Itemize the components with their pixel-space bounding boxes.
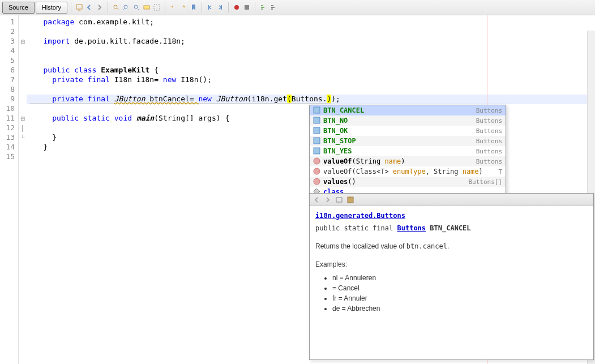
line-number: 5 [0, 56, 18, 66]
svg-point-2 [124, 5, 127, 8]
svg-rect-18 [336, 198, 342, 202]
completion-item[interactable]: BTN_CANCELButtons [310, 105, 506, 115]
uncomment-icon[interactable] [269, 3, 278, 12]
macro-record-icon[interactable] [232, 3, 241, 12]
doc-example-item: fr = Annuler [332, 293, 588, 303]
doc-forward-icon[interactable] [323, 195, 332, 204]
line-number: 1 [0, 18, 18, 27]
line-number: 12 [0, 123, 18, 133]
method-icon [313, 157, 321, 165]
svg-point-15 [314, 158, 320, 164]
fold-gutter: ⊟ ⊟ │└ [19, 15, 27, 364]
find-next-icon[interactable] [132, 3, 141, 12]
line-number: 3 [0, 37, 18, 46]
find-selection-icon[interactable] [112, 3, 121, 12]
line-number: 8 [0, 85, 18, 95]
prev-bookmark-icon[interactable] [169, 3, 178, 12]
doc-package-link[interactable]: i18n.generated.Buttons [315, 212, 405, 220]
javadoc-panel: i18n.generated.Buttons public static fin… [309, 193, 594, 360]
svg-rect-19 [348, 197, 353, 203]
selection-icon[interactable] [152, 3, 161, 12]
editor-toolbar: Source History [0, 0, 595, 15]
line-number: 15 [0, 152, 18, 162]
svg-rect-12 [314, 127, 320, 134]
last-edit-icon[interactable] [75, 3, 84, 12]
completion-item[interactable]: BTN_YESButtons [310, 146, 506, 156]
shift-left-icon[interactable] [206, 3, 215, 12]
line-number: 14 [0, 143, 18, 152]
enum-icon [313, 127, 321, 135]
svg-rect-0 [76, 5, 82, 9]
macro-stop-icon[interactable] [242, 3, 251, 12]
svg-rect-7 [221, 5, 222, 10]
doc-content: i18n.generated.Buttons public static fin… [310, 206, 593, 318]
completion-item[interactable]: BTN_NOButtons [310, 115, 506, 126]
enum-icon [313, 147, 321, 155]
next-bookmark-icon[interactable] [179, 3, 188, 12]
line-number-gutter: 1 2 3 4 5 6 7 8 9 10 11 12 13 14 15 [0, 15, 19, 364]
code-completion-popup: BTN_CANCELButtons BTN_NOButtons BTN_OKBu… [309, 105, 506, 198]
svg-rect-6 [208, 5, 209, 10]
toggle-highlight-icon[interactable] [142, 3, 151, 12]
fold-toggle[interactable]: ⊟ [19, 114, 27, 123]
doc-toolbar [310, 194, 593, 206]
svg-point-16 [314, 168, 320, 174]
doc-type-link[interactable]: Buttons [397, 224, 426, 232]
svg-rect-4 [144, 6, 149, 9]
svg-rect-14 [314, 148, 320, 154]
completion-item[interactable]: valueOf(String name)Buttons [310, 156, 506, 166]
line-number: 11 [0, 114, 18, 123]
back-icon[interactable] [85, 3, 94, 12]
svg-rect-5 [154, 5, 160, 10]
line-number: 13 [0, 133, 18, 143]
line-number: 2 [0, 27, 18, 37]
svg-rect-10 [314, 107, 320, 113]
enum-icon [313, 137, 321, 145]
toggle-bookmark-icon[interactable] [189, 3, 198, 12]
fold-toggle[interactable]: ⊟ [19, 37, 27, 46]
doc-example-item: nl = Annuleren [332, 273, 588, 283]
svg-rect-11 [314, 117, 320, 123]
tab-source[interactable]: Source [2, 2, 35, 14]
svg-rect-13 [314, 138, 320, 144]
line-number: 7 [0, 75, 18, 85]
svg-point-3 [134, 5, 138, 8]
line-number: 6 [0, 66, 18, 75]
completion-item[interactable]: BTN_STOPButtons [310, 136, 506, 146]
shift-right-icon[interactable] [216, 3, 225, 12]
line-number: 10 [0, 104, 18, 114]
enum-icon [313, 106, 321, 114]
completion-item[interactable]: values()Buttons[] [310, 177, 506, 187]
method-icon [313, 168, 321, 175]
doc-browser-icon[interactable] [346, 195, 355, 204]
svg-point-17 [314, 178, 320, 185]
line-number: 4 [0, 46, 18, 56]
completion-item[interactable]: valueOf(Class<T> enumType, String name)T [310, 166, 506, 177]
forward-icon[interactable] [95, 3, 104, 12]
completion-item[interactable]: BTN_OKButtons [310, 126, 506, 136]
svg-point-1 [114, 5, 117, 8]
line-number: 9 [0, 95, 18, 104]
doc-example-item: = Cancel [332, 283, 588, 293]
comment-icon[interactable] [259, 3, 268, 12]
svg-point-8 [234, 5, 239, 10]
doc-external-icon[interactable] [335, 195, 344, 204]
svg-rect-9 [245, 5, 249, 10]
enum-icon [313, 117, 321, 125]
method-icon [313, 178, 321, 186]
tab-history[interactable]: History [36, 2, 67, 14]
find-prev-icon[interactable] [122, 3, 131, 12]
doc-back-icon[interactable] [312, 195, 321, 204]
doc-example-item: de = Abbrechen [332, 303, 588, 314]
